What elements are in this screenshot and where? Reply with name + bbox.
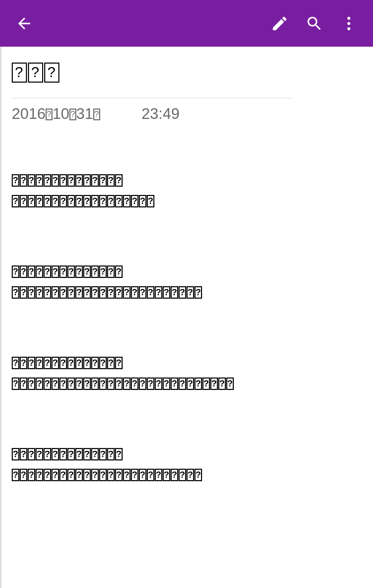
note-body bbox=[12, 122, 363, 481]
svg-point-1 bbox=[347, 22, 351, 25]
text-line bbox=[12, 286, 363, 299]
text-line bbox=[12, 377, 363, 390]
note-meta: 2016?10?31? 23:49 bbox=[12, 98, 363, 122]
note-time: 23:49 bbox=[142, 105, 180, 122]
search-button[interactable] bbox=[297, 6, 332, 41]
text-line bbox=[12, 174, 363, 187]
paragraph bbox=[12, 174, 363, 207]
edit-button[interactable] bbox=[262, 6, 297, 41]
arrow-left-icon bbox=[15, 15, 33, 32]
text-line bbox=[12, 448, 363, 460]
back-button[interactable] bbox=[7, 6, 41, 41]
note-date: 2016?10?31? bbox=[12, 105, 100, 122]
paragraph bbox=[12, 357, 363, 390]
search-icon bbox=[305, 15, 323, 32]
note-title bbox=[12, 47, 363, 85]
text-line bbox=[12, 357, 363, 369]
text-line bbox=[12, 195, 363, 207]
text-line bbox=[12, 469, 363, 481]
paragraph bbox=[12, 265, 363, 299]
paragraph bbox=[12, 448, 363, 481]
text-line bbox=[12, 265, 363, 278]
svg-point-2 bbox=[347, 27, 351, 30]
more-button[interactable] bbox=[332, 6, 366, 41]
toolbar bbox=[0, 0, 373, 47]
svg-point-0 bbox=[347, 17, 351, 20]
note-content: 2016?10?31? 23:49 bbox=[0, 47, 373, 588]
pencil-icon bbox=[271, 15, 289, 32]
more-vert-icon bbox=[340, 15, 358, 32]
